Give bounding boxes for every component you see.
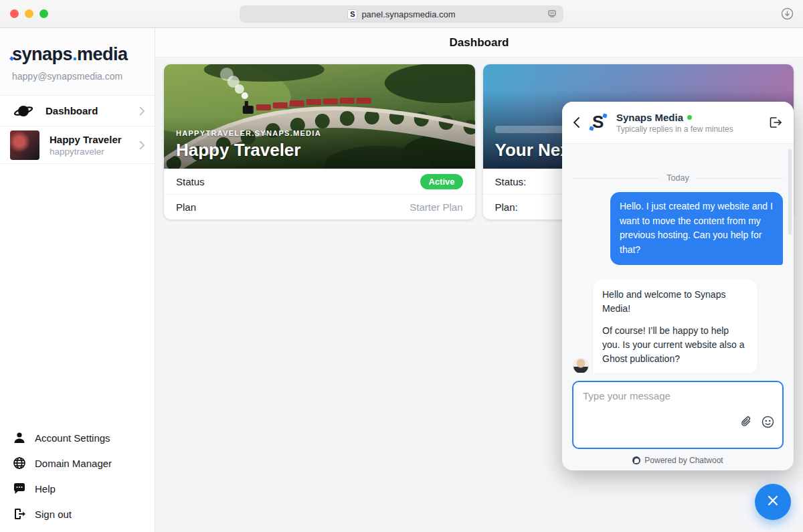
site-thumbnail <box>10 130 39 160</box>
status-label: Status: <box>495 176 527 187</box>
sidebar: synaps.media happy@synapsmedia.com Dashb… <box>0 28 155 532</box>
chat-footer: Powered by Chatwoot <box>562 373 794 470</box>
menu-label: Domain Manager <box>35 458 112 469</box>
site-subdomain: happytraveler <box>50 147 139 157</box>
chat-bubble-icon <box>12 482 27 495</box>
status-row: Status Active <box>164 169 475 194</box>
menu-label: Account Settings <box>35 432 110 444</box>
planet-icon <box>13 102 33 120</box>
page-title: Dashboard <box>450 36 509 50</box>
status-label: Status <box>176 176 205 187</box>
chat-toggle-button[interactable] <box>755 484 791 520</box>
address-url: panel.synapsmedia.com <box>361 9 455 19</box>
logo-part-2: media <box>77 44 128 64</box>
close-icon <box>766 494 780 510</box>
plan-row: Plan Starter Plan <box>164 194 475 219</box>
chat-reply-time: Typically replies in a few minutes <box>616 124 760 134</box>
sidebar-item-site[interactable]: Happy Traveler happytraveler <box>0 126 155 164</box>
online-status-dot <box>687 115 692 120</box>
plan-label: Plan: <box>495 201 518 213</box>
logo-part-1: synaps <box>12 44 72 64</box>
brand-logo: synaps.media <box>12 44 128 65</box>
sidebar-item-dashboard[interactable]: Dashboard <box>0 96 155 126</box>
sidebar-item-sign-out[interactable]: Sign out <box>0 501 155 527</box>
sidebar-brand-block: synaps.media happy@synapsmedia.com <box>0 28 155 96</box>
attachment-icon[interactable] <box>740 416 752 431</box>
user-message-bubble: Hello. I just created my website and I w… <box>610 192 783 265</box>
emoji-icon[interactable] <box>762 416 774 431</box>
powered-by[interactable]: Powered by Chatwoot <box>572 456 784 465</box>
globe-icon <box>12 456 27 470</box>
chevron-right-icon <box>139 140 145 151</box>
site-card-happy-traveler[interactable]: HAPPYTRAVELER.SYNAPS.MEDIA Happy Travele… <box>164 64 475 219</box>
back-icon[interactable] <box>573 116 580 128</box>
account-email: happy@synapsmedia.com <box>12 71 143 82</box>
minimize-window-button[interactable] <box>25 9 33 18</box>
window-controls <box>10 9 48 18</box>
zoom-window-button[interactable] <box>39 9 48 18</box>
tab-overview-icon[interactable] <box>547 9 557 22</box>
sign-out-icon <box>12 507 27 521</box>
site-title: Happy Traveler <box>50 134 139 145</box>
status-badge: Active <box>420 174 462 189</box>
chat-brand-name: Synaps Media <box>616 112 760 123</box>
chevron-right-icon <box>139 106 145 116</box>
download-icon[interactable] <box>780 7 794 23</box>
site-cover-image: HAPPYTRAVELER.SYNAPS.MEDIA Happy Travele… <box>164 64 475 169</box>
chat-conversation[interactable]: Today Hello. I just created my website a… <box>562 144 794 373</box>
site-domain-overline: HAPPYTRAVELER.SYNAPS.MEDIA <box>176 129 321 137</box>
plan-value: Starter Plan <box>410 201 462 213</box>
browser-toolbar: S panel.synapsmedia.com <box>0 0 803 28</box>
chat-brand-logo: S <box>588 112 608 133</box>
site-favicon: S <box>347 9 357 19</box>
sidebar-item-help[interactable]: Help <box>0 476 155 501</box>
agent-message-paragraph: Hello and welcome to Synaps Media! <box>602 288 748 316</box>
agent-message-paragraph: Of course! I’ll be happy to help you. Is… <box>602 324 748 366</box>
chat-header: S Synaps Media Typically replies in a fe… <box>562 102 794 144</box>
scrollbar-thumb[interactable] <box>788 149 792 235</box>
close-window-button[interactable] <box>10 9 19 18</box>
plan-label: Plan <box>176 201 196 213</box>
chat-widget: S Synaps Media Typically replies in a fe… <box>562 102 794 470</box>
agent-avatar <box>573 358 589 373</box>
agent-message-bubble: Hello and welcome to Synaps Media! Of co… <box>593 280 757 373</box>
sidebar-item-label: Dashboard <box>46 105 139 116</box>
page-header: Dashboard <box>155 28 803 58</box>
chatwoot-logo-icon <box>632 456 640 464</box>
site-card-title: Happy Traveler <box>176 140 321 161</box>
sidebar-item-domain-manager[interactable]: Domain Manager <box>0 450 155 476</box>
person-icon <box>12 431 27 444</box>
message-input-box[interactable] <box>572 381 784 449</box>
end-conversation-icon[interactable] <box>768 116 783 129</box>
menu-label: Sign out <box>35 509 72 520</box>
date-divider: Today <box>573 173 783 183</box>
sidebar-item-account-settings[interactable]: Account Settings <box>0 425 155 450</box>
sidebar-footer-menu: Account Settings Domain Manager Help Sig… <box>0 421 155 532</box>
address-bar[interactable]: S panel.synapsmedia.com <box>240 5 563 23</box>
menu-label: Help <box>35 483 56 495</box>
